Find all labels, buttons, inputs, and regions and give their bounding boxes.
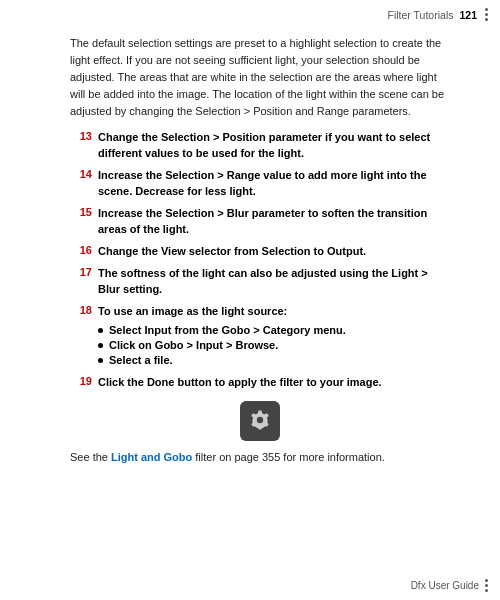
step-15-number: 15 bbox=[70, 206, 92, 218]
step-13-text: Change the Selection > Position paramete… bbox=[98, 130, 450, 162]
footer-link[interactable]: Light and Gobo bbox=[111, 451, 192, 463]
bullet-dot-3 bbox=[98, 358, 103, 363]
step-17-number: 17 bbox=[70, 266, 92, 278]
bullet-3: Select a file. bbox=[98, 354, 346, 366]
step-13: 13 Change the Selection > Position param… bbox=[70, 130, 450, 162]
bottom-footer-dots-icon bbox=[485, 579, 488, 592]
header-title: Filter Tutorials bbox=[388, 9, 454, 21]
bullet-3-text: Select a file. bbox=[109, 354, 173, 366]
step-19: 19 Click the Done button to apply the fi… bbox=[70, 375, 450, 391]
step-17: 17 The softness of the light can also be… bbox=[70, 266, 450, 298]
step-19-text: Click the Done button to apply the filte… bbox=[98, 375, 382, 391]
header-dots-icon bbox=[485, 8, 488, 21]
step-16: 16 Change the View selector from Selecti… bbox=[70, 244, 450, 260]
footer-text-after: filter on page 355 for more information. bbox=[192, 451, 385, 463]
bullet-2-text: Click on Gobo > Input > Browse. bbox=[109, 339, 278, 351]
step-15: 15 Increase the Selection > Blur paramet… bbox=[70, 206, 450, 238]
step-15-text: Increase the Selection > Blur parameter … bbox=[98, 206, 450, 238]
bullet-1-text: Select Input from the Gobo > Category me… bbox=[109, 324, 346, 336]
step-17-text: The softness of the light can also be ad… bbox=[98, 266, 450, 298]
bullet-dot-1 bbox=[98, 328, 103, 333]
intro-paragraph: The default selection settings are prese… bbox=[70, 35, 450, 120]
main-content: The default selection settings are prese… bbox=[0, 25, 500, 473]
steps-list: 13 Change the Selection > Position param… bbox=[70, 130, 450, 390]
step-18-number: 18 bbox=[70, 304, 92, 316]
step-18-text: To use an image as the light source: bbox=[98, 304, 287, 320]
step-18: 18 To use an image as the light source: … bbox=[70, 304, 450, 369]
step-16-text: Change the View selector from Selection … bbox=[98, 244, 366, 260]
gear-icon-container bbox=[70, 401, 450, 441]
footer-text-before: See the bbox=[70, 451, 111, 463]
bottom-footer: Dfx User Guide bbox=[411, 579, 488, 592]
step-13-number: 13 bbox=[70, 130, 92, 142]
page-header: Filter Tutorials 121 bbox=[0, 0, 500, 25]
step-14-text: Increase the Selection > Range value to … bbox=[98, 168, 450, 200]
bullet-dot-2 bbox=[98, 343, 103, 348]
svg-rect-0 bbox=[240, 401, 280, 441]
step-16-number: 16 bbox=[70, 244, 92, 256]
step-19-number: 19 bbox=[70, 375, 92, 387]
bullet-2: Click on Gobo > Input > Browse. bbox=[98, 339, 346, 351]
bottom-footer-text: Dfx User Guide bbox=[411, 580, 479, 591]
gear-icon bbox=[240, 401, 280, 441]
step-18-bullets: Select Input from the Gobo > Category me… bbox=[98, 324, 346, 369]
step-14: 14 Increase the Selection > Range value … bbox=[70, 168, 450, 200]
footer-paragraph: See the Light and Gobo filter on page 35… bbox=[70, 451, 450, 463]
bullet-1: Select Input from the Gobo > Category me… bbox=[98, 324, 346, 336]
header-page-number: 121 bbox=[459, 9, 477, 21]
step-14-number: 14 bbox=[70, 168, 92, 180]
